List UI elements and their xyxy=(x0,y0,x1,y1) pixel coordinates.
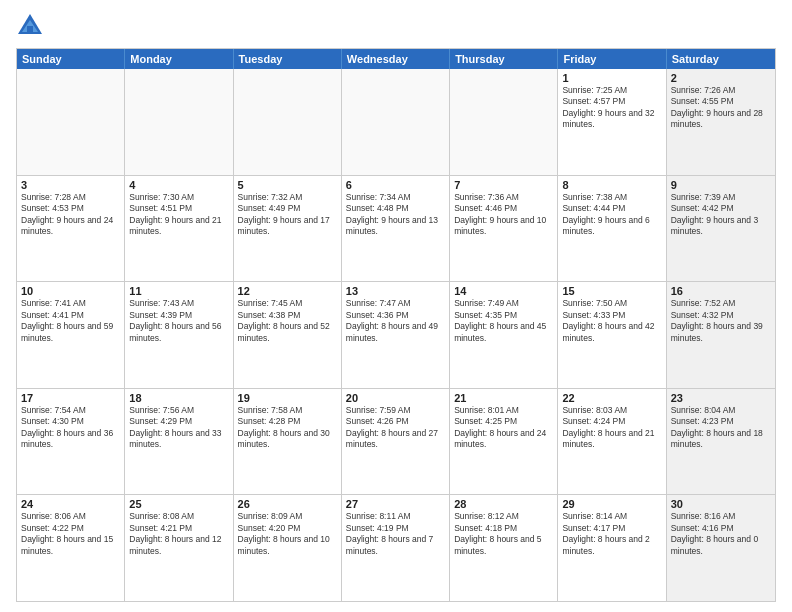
calendar-body: 1Sunrise: 7:25 AM Sunset: 4:57 PM Daylig… xyxy=(17,69,775,601)
day-number: 25 xyxy=(129,498,228,510)
day-info: Sunrise: 8:09 AM Sunset: 4:20 PM Dayligh… xyxy=(238,511,337,557)
day-number: 29 xyxy=(562,498,661,510)
day-info: Sunrise: 8:12 AM Sunset: 4:18 PM Dayligh… xyxy=(454,511,553,557)
weekday-header-monday: Monday xyxy=(125,49,233,69)
weekday-header-friday: Friday xyxy=(558,49,666,69)
svg-rect-2 xyxy=(27,26,33,34)
day-number: 11 xyxy=(129,285,228,297)
day-number: 27 xyxy=(346,498,445,510)
day-cell-12: 12Sunrise: 7:45 AM Sunset: 4:38 PM Dayli… xyxy=(234,282,342,388)
day-info: Sunrise: 7:39 AM Sunset: 4:42 PM Dayligh… xyxy=(671,192,771,238)
day-cell-3: 3Sunrise: 7:28 AM Sunset: 4:53 PM Daylig… xyxy=(17,176,125,282)
day-number: 6 xyxy=(346,179,445,191)
day-cell-29: 29Sunrise: 8:14 AM Sunset: 4:17 PM Dayli… xyxy=(558,495,666,601)
day-cell-14: 14Sunrise: 7:49 AM Sunset: 4:35 PM Dayli… xyxy=(450,282,558,388)
day-number: 10 xyxy=(21,285,120,297)
day-number: 13 xyxy=(346,285,445,297)
day-number: 8 xyxy=(562,179,661,191)
day-info: Sunrise: 7:54 AM Sunset: 4:30 PM Dayligh… xyxy=(21,405,120,451)
day-number: 24 xyxy=(21,498,120,510)
day-cell-18: 18Sunrise: 7:56 AM Sunset: 4:29 PM Dayli… xyxy=(125,389,233,495)
day-info: Sunrise: 7:47 AM Sunset: 4:36 PM Dayligh… xyxy=(346,298,445,344)
calendar: SundayMondayTuesdayWednesdayThursdayFrid… xyxy=(16,48,776,602)
weekday-header-saturday: Saturday xyxy=(667,49,775,69)
calendar-row-4: 17Sunrise: 7:54 AM Sunset: 4:30 PM Dayli… xyxy=(17,388,775,495)
empty-cell xyxy=(234,69,342,175)
day-info: Sunrise: 7:34 AM Sunset: 4:48 PM Dayligh… xyxy=(346,192,445,238)
day-info: Sunrise: 8:16 AM Sunset: 4:16 PM Dayligh… xyxy=(671,511,771,557)
day-info: Sunrise: 8:06 AM Sunset: 4:22 PM Dayligh… xyxy=(21,511,120,557)
day-number: 26 xyxy=(238,498,337,510)
day-number: 2 xyxy=(671,72,771,84)
day-number: 4 xyxy=(129,179,228,191)
logo xyxy=(16,12,48,40)
empty-cell xyxy=(450,69,558,175)
day-cell-28: 28Sunrise: 8:12 AM Sunset: 4:18 PM Dayli… xyxy=(450,495,558,601)
day-number: 22 xyxy=(562,392,661,404)
header xyxy=(16,12,776,40)
day-number: 20 xyxy=(346,392,445,404)
day-info: Sunrise: 8:08 AM Sunset: 4:21 PM Dayligh… xyxy=(129,511,228,557)
page: SundayMondayTuesdayWednesdayThursdayFrid… xyxy=(0,0,792,612)
day-number: 14 xyxy=(454,285,553,297)
day-cell-26: 26Sunrise: 8:09 AM Sunset: 4:20 PM Dayli… xyxy=(234,495,342,601)
day-info: Sunrise: 7:49 AM Sunset: 4:35 PM Dayligh… xyxy=(454,298,553,344)
day-number: 16 xyxy=(671,285,771,297)
day-cell-21: 21Sunrise: 8:01 AM Sunset: 4:25 PM Dayli… xyxy=(450,389,558,495)
calendar-row-3: 10Sunrise: 7:41 AM Sunset: 4:41 PM Dayli… xyxy=(17,281,775,388)
day-info: Sunrise: 8:03 AM Sunset: 4:24 PM Dayligh… xyxy=(562,405,661,451)
day-cell-5: 5Sunrise: 7:32 AM Sunset: 4:49 PM Daylig… xyxy=(234,176,342,282)
weekday-header-wednesday: Wednesday xyxy=(342,49,450,69)
day-cell-30: 30Sunrise: 8:16 AM Sunset: 4:16 PM Dayli… xyxy=(667,495,775,601)
empty-cell xyxy=(125,69,233,175)
day-cell-23: 23Sunrise: 8:04 AM Sunset: 4:23 PM Dayli… xyxy=(667,389,775,495)
day-cell-24: 24Sunrise: 8:06 AM Sunset: 4:22 PM Dayli… xyxy=(17,495,125,601)
day-number: 9 xyxy=(671,179,771,191)
day-cell-8: 8Sunrise: 7:38 AM Sunset: 4:44 PM Daylig… xyxy=(558,176,666,282)
day-cell-25: 25Sunrise: 8:08 AM Sunset: 4:21 PM Dayli… xyxy=(125,495,233,601)
day-info: Sunrise: 8:04 AM Sunset: 4:23 PM Dayligh… xyxy=(671,405,771,451)
empty-cell xyxy=(342,69,450,175)
day-number: 1 xyxy=(562,72,661,84)
day-cell-2: 2Sunrise: 7:26 AM Sunset: 4:55 PM Daylig… xyxy=(667,69,775,175)
day-cell-20: 20Sunrise: 7:59 AM Sunset: 4:26 PM Dayli… xyxy=(342,389,450,495)
day-info: Sunrise: 7:26 AM Sunset: 4:55 PM Dayligh… xyxy=(671,85,771,131)
day-cell-15: 15Sunrise: 7:50 AM Sunset: 4:33 PM Dayli… xyxy=(558,282,666,388)
day-info: Sunrise: 8:11 AM Sunset: 4:19 PM Dayligh… xyxy=(346,511,445,557)
empty-cell xyxy=(17,69,125,175)
day-info: Sunrise: 7:41 AM Sunset: 4:41 PM Dayligh… xyxy=(21,298,120,344)
day-cell-7: 7Sunrise: 7:36 AM Sunset: 4:46 PM Daylig… xyxy=(450,176,558,282)
day-info: Sunrise: 7:38 AM Sunset: 4:44 PM Dayligh… xyxy=(562,192,661,238)
day-number: 23 xyxy=(671,392,771,404)
day-number: 7 xyxy=(454,179,553,191)
day-number: 3 xyxy=(21,179,120,191)
day-number: 12 xyxy=(238,285,337,297)
day-info: Sunrise: 7:50 AM Sunset: 4:33 PM Dayligh… xyxy=(562,298,661,344)
weekday-header-tuesday: Tuesday xyxy=(234,49,342,69)
day-info: Sunrise: 7:52 AM Sunset: 4:32 PM Dayligh… xyxy=(671,298,771,344)
day-cell-1: 1Sunrise: 7:25 AM Sunset: 4:57 PM Daylig… xyxy=(558,69,666,175)
day-info: Sunrise: 7:58 AM Sunset: 4:28 PM Dayligh… xyxy=(238,405,337,451)
day-cell-11: 11Sunrise: 7:43 AM Sunset: 4:39 PM Dayli… xyxy=(125,282,233,388)
day-cell-16: 16Sunrise: 7:52 AM Sunset: 4:32 PM Dayli… xyxy=(667,282,775,388)
calendar-row-2: 3Sunrise: 7:28 AM Sunset: 4:53 PM Daylig… xyxy=(17,175,775,282)
day-info: Sunrise: 8:14 AM Sunset: 4:17 PM Dayligh… xyxy=(562,511,661,557)
logo-icon xyxy=(16,12,44,40)
day-info: Sunrise: 7:59 AM Sunset: 4:26 PM Dayligh… xyxy=(346,405,445,451)
calendar-row-1: 1Sunrise: 7:25 AM Sunset: 4:57 PM Daylig… xyxy=(17,69,775,175)
day-number: 5 xyxy=(238,179,337,191)
day-number: 15 xyxy=(562,285,661,297)
day-info: Sunrise: 7:28 AM Sunset: 4:53 PM Dayligh… xyxy=(21,192,120,238)
day-cell-10: 10Sunrise: 7:41 AM Sunset: 4:41 PM Dayli… xyxy=(17,282,125,388)
day-cell-13: 13Sunrise: 7:47 AM Sunset: 4:36 PM Dayli… xyxy=(342,282,450,388)
day-number: 17 xyxy=(21,392,120,404)
day-cell-17: 17Sunrise: 7:54 AM Sunset: 4:30 PM Dayli… xyxy=(17,389,125,495)
day-number: 18 xyxy=(129,392,228,404)
day-info: Sunrise: 7:45 AM Sunset: 4:38 PM Dayligh… xyxy=(238,298,337,344)
day-info: Sunrise: 8:01 AM Sunset: 4:25 PM Dayligh… xyxy=(454,405,553,451)
day-cell-4: 4Sunrise: 7:30 AM Sunset: 4:51 PM Daylig… xyxy=(125,176,233,282)
day-info: Sunrise: 7:36 AM Sunset: 4:46 PM Dayligh… xyxy=(454,192,553,238)
day-info: Sunrise: 7:43 AM Sunset: 4:39 PM Dayligh… xyxy=(129,298,228,344)
day-number: 19 xyxy=(238,392,337,404)
day-info: Sunrise: 7:56 AM Sunset: 4:29 PM Dayligh… xyxy=(129,405,228,451)
